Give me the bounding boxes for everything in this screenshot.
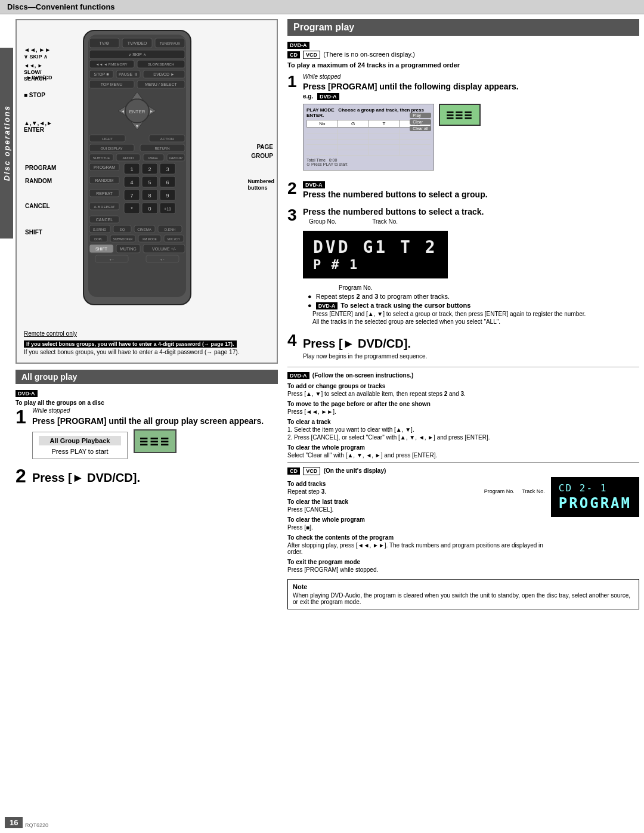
instr-add-tracks-title: To add or change groups or tracks	[287, 383, 639, 389]
note-box-text: When playing DVD-Audio, the program is c…	[293, 592, 634, 605]
pp-screen-content: No G T Time	[306, 120, 431, 167]
page-header: Discs—Convenient functions	[0, 0, 644, 14]
numbered-label: Numberedbuttons	[247, 178, 274, 191]
svg-text:STOP ■: STOP ■	[94, 72, 109, 76]
pp-step1-num: 1	[287, 73, 298, 90]
stop-label: ■ STOP	[24, 92, 45, 98]
random-label: RANDOM	[25, 178, 52, 184]
program-label: PROGRAM	[25, 165, 56, 171]
dvd-large-display: DVD G1 T 2 P # 1	[303, 231, 448, 278]
repeat-note: Repeat steps 2 and 3 to program other tr…	[308, 293, 639, 300]
svg-text:MENU / SELECT: MENU / SELECT	[145, 82, 177, 86]
pp-play-btn[interactable]: Play	[410, 113, 431, 118]
pp-col-g: G	[338, 120, 369, 127]
agp-screen-box: All Group Playback Press PLAY to start	[32, 432, 128, 459]
remote-control-box: TV/⚙ TV/VIDEO TUNER/AUX ∨ SKIP ∧ ◄◄ ◄ P.…	[16, 19, 278, 364]
svg-text:◄: ◄	[121, 109, 125, 113]
badge-row: DVD-A	[287, 41, 639, 49]
pp-step2-title: Press the numbered buttons to select a g…	[303, 190, 639, 199]
dvd-display-line1: DVD G1 T 2	[313, 237, 438, 257]
pp-clear-all-btn[interactable]: Clear all	[410, 126, 431, 131]
skip-label: ◄◄, ►► ∨ SKIP ∧	[24, 47, 51, 60]
cd-instructions: To add tracks Repeat step 3. Program No.…	[287, 477, 545, 574]
cd-section-row: To add tracks Repeat step 3. Program No.…	[287, 477, 639, 574]
dvd-a-badge-pp: DVD-A	[287, 42, 309, 49]
instr-check-title: To check the contents of the program	[287, 534, 545, 541]
cd-program-display: CD 2- 1 PROGRAM	[551, 477, 639, 517]
svg-text:SLOW/SEARCH: SLOW/SEARCH	[148, 63, 174, 66]
pp-row-5	[306, 150, 431, 156]
agp-step1-content: While stopped Press [PROGRAM] until the …	[32, 407, 278, 462]
pp-screen-footer: Total Time 0:00	[306, 158, 431, 162]
main-content: TV/⚙ TV/VIDEO TUNER/AUX ∨ SKIP ∧ ◄◄ ◄ P.…	[0, 14, 644, 614]
svg-text:1: 1	[130, 166, 133, 172]
instr-exit-title: To exit the program mode	[287, 559, 545, 565]
pp-while-stopped: While stopped	[303, 73, 639, 80]
pp-step4-content: Press [► DVD/CD]. Play now begins in the…	[303, 332, 639, 361]
pp-step4-title: Press [► DVD/CD].	[303, 337, 639, 351]
instr-exit-text: Press [PROGRAM] while stopped.	[287, 566, 545, 573]
instr-add-tracks-cd: To add tracks	[287, 481, 545, 487]
svg-text:SUBTITLE: SUBTITLE	[93, 156, 110, 160]
svg-text:PROGRAM: PROGRAM	[94, 165, 115, 169]
pp-side-btns: Play Clear Clear all	[410, 113, 431, 131]
svg-text:+10: +10	[164, 207, 171, 211]
instr-check-text: After stopping play, press [◄◄, ►►]. The…	[287, 542, 545, 555]
remote-note-section: Remote control only If you select bonus …	[24, 330, 270, 355]
instr-clear-last-text: Press [CANCEL].	[287, 506, 545, 513]
pp-step4-note: Play now begins in the programmed sequen…	[303, 353, 639, 360]
follow-instr-badge: DVD-A (Follow the on-screen instructions…	[287, 371, 639, 379]
svg-text:GUI DISPLAY: GUI DISPLAY	[100, 147, 122, 150]
instr-clear-track-1: 1. Select the item you want to clear wit…	[287, 426, 639, 433]
cursor-note2: All the tracks in the selected group are…	[312, 318, 639, 325]
svg-text:6: 6	[166, 179, 169, 185]
svg-text:4: 4	[130, 179, 133, 185]
pp-step1-title: Press [PROGRAM] until the following disp…	[303, 82, 639, 91]
pp-step4: 4 Press [► DVD/CD]. Play now begins in t…	[287, 332, 639, 361]
svg-text:7: 7	[130, 193, 133, 199]
svg-text:SHIFT: SHIFT	[95, 247, 108, 251]
page-label: PAGE	[256, 144, 273, 150]
pp-step1-content: While stopped Press [PROGRAM] until the …	[303, 73, 639, 174]
pp-step3-num: 3	[287, 207, 298, 224]
cursor-note-bold: DVD-A To select a track using the cursor…	[308, 302, 639, 309]
instr-move-page-title: To move to the page before or after the …	[287, 401, 639, 407]
remote-control-svg: TV/⚙ TV/VIDEO TUNER/AUX ∨ SKIP ∧ ◄◄ ◄ P.…	[78, 27, 197, 308]
svg-text:ACTION: ACTION	[160, 137, 174, 141]
remote-dvd-a-note: If you select bonus groups, you will hav…	[24, 339, 270, 348]
pp-col-no: No	[307, 120, 338, 127]
agp-step2: 2 Press [► DVD/CD].	[16, 466, 278, 487]
svg-text:FM MODE: FM MODE	[143, 237, 157, 241]
cd-display-line1: CD 2- 1	[559, 482, 631, 494]
group-track-labels: Group No. Track No.	[309, 218, 639, 225]
pp-row-4	[306, 145, 431, 150]
svg-text:D.ENH: D.ENH	[165, 228, 176, 231]
pp-step2-content: DVD-A Press the numbered buttons to sele…	[303, 180, 639, 201]
pp-step2-num: 2	[287, 180, 298, 197]
svg-text:TV/⚙: TV/⚙	[100, 41, 110, 45]
agp-step1-content-row: All Group Playback Press PLAY to start ≡…	[32, 429, 278, 462]
enter-label: ▲,▼,◄,►ENTER	[24, 120, 52, 133]
note-box-title: Note	[293, 583, 634, 590]
cd-display-line2: PROGRAM	[559, 495, 631, 512]
pp-eg-container: PLAY MODE Choose a group and track, then…	[303, 104, 639, 171]
pp-eg-label: e.g. DVD-A	[303, 93, 639, 100]
remote-wrapper: TV/⚙ TV/VIDEO TUNER/AUX ∨ SKIP ∧ ◄◄ ◄ P.…	[24, 27, 274, 326]
agp-step2-num: 2	[16, 466, 27, 487]
svg-text:TUNER/AUX: TUNER/AUX	[160, 42, 181, 45]
model-number: RQT6220	[25, 822, 48, 828]
instr-clear-last-title: To clear the last track	[287, 498, 545, 505]
pp-screen-rows	[306, 129, 431, 156]
divider-1	[287, 367, 639, 367]
instr-clear-track-2: 2. Press [CANCEL], or select "Clear" wit…	[287, 434, 639, 441]
pp-step4-num: 4	[287, 332, 298, 349]
pp-clear-btn[interactable]: Clear	[410, 119, 431, 125]
instr-clear-track-title: To clear a track	[287, 419, 639, 425]
svg-text:RANDOM: RANDOM	[95, 178, 113, 182]
agp-while-stopped: While stopped	[32, 407, 278, 414]
instr-clear-whole-text: Press [■].	[287, 524, 545, 531]
pp-step2: 2 DVD-A Press the numbered buttons to se…	[287, 180, 639, 201]
svg-text:MIX 2CH: MIX 2CH	[168, 237, 180, 241]
instructions-list: To add or change groups or tracks Press …	[287, 383, 639, 574]
divider-2	[287, 462, 639, 463]
